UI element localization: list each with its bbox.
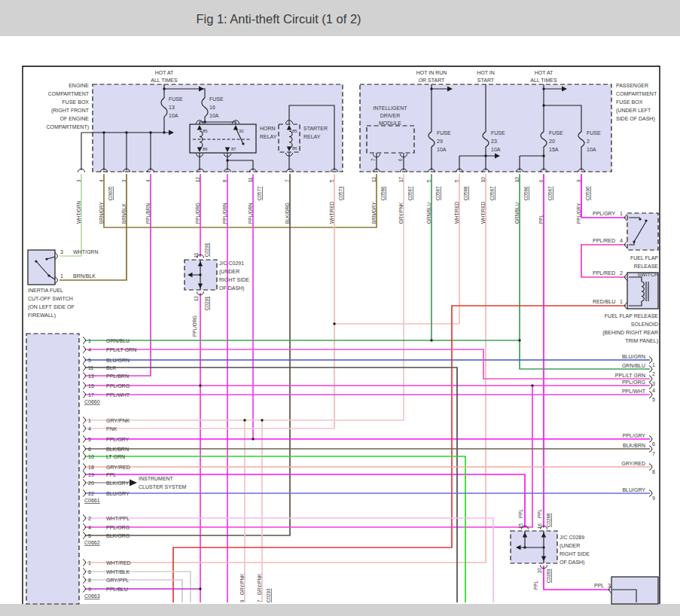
fuse-29-label: 29	[437, 139, 443, 144]
edge-pin-2: 2	[652, 371, 655, 377]
C0661-pin-6: 6	[88, 447, 91, 452]
module-pin-7: 7	[370, 158, 376, 161]
fuel_flap_switch-name_lines-0: FUEL FLAP	[630, 255, 658, 261]
horn-relay-name-2: RELAY	[260, 134, 277, 139]
edge-wire-5: PPL/WHT	[622, 389, 646, 394]
inertia_switch-name_lines-0: INERTIA FUEL	[28, 288, 63, 293]
connector-label-C0660: C0660	[84, 399, 100, 404]
wire-name-label: PPL/BRN	[145, 203, 151, 224]
C0662-pin-2: 2	[88, 516, 91, 521]
fuse-13-label: FUSE	[169, 96, 183, 102]
C0661-pin-5: 5	[88, 437, 91, 442]
C0661-pin-4: 4	[88, 426, 91, 432]
fuse-2-label: 10A	[587, 147, 596, 152]
C0660-pin-17: 17	[88, 392, 94, 398]
C0660-pin-13: 13	[88, 374, 94, 379]
wire-name-label: PPL/GRN	[248, 203, 253, 224]
solenoid-pin-2: 2	[620, 270, 623, 276]
C0661-wire-22: BLU/GRY	[106, 491, 130, 496]
C0662-wire-5: BLK/ORG	[106, 533, 130, 538]
wire-name-label: WHT/RED	[480, 201, 486, 224]
fuse-20-label: FUSE	[549, 130, 563, 136]
C0661-wire-1: GRY/PNK	[106, 418, 130, 423]
connector-id: C0587	[407, 186, 413, 200]
connector-id: C0587	[489, 186, 495, 200]
C0661-pin-18: 18	[88, 465, 94, 470]
wire-name-label: PPL/GRY	[576, 203, 581, 224]
fuel_flap_switch-name_lines-1: RELEASE	[634, 264, 659, 269]
C0661-wire-4: PNK	[106, 426, 117, 432]
C0663-wire-9: PPL/BLU	[106, 587, 128, 592]
jc_c0289-name_lines-0: J/C C0289	[560, 535, 584, 540]
horn-relay-name-1: HORN	[260, 126, 276, 131]
C0660-pin-5: 5	[88, 358, 91, 363]
edge-pin-9: 9	[652, 496, 655, 501]
C0661-wire-19: PPL	[106, 472, 116, 477]
flap-pin-1: 1	[620, 211, 623, 216]
C0662-wire-2: WHT/PPL	[106, 516, 130, 521]
edge-wire-7: BLK/BRN	[623, 443, 645, 448]
C0660-wire-5: BLU/GRN	[106, 358, 130, 363]
engine_box-name_lines-3: (RIGHT FRONT	[51, 108, 90, 114]
connector-id: C0587	[547, 186, 553, 200]
pin-number: 4	[99, 179, 104, 182]
jc_c0291-name_lines-1: (UNDER	[219, 269, 239, 275]
edge-pin-5: 5	[652, 397, 655, 402]
C0661-pin-20: 20	[88, 480, 94, 486]
jc_c0289-name_lines-2: RIGHT SIDE	[560, 551, 590, 557]
edge-wire-3: PPL/LT GRN	[615, 373, 645, 378]
connector-block	[26, 334, 79, 604]
pin-number: 10	[480, 176, 486, 182]
bottom-wire-9: GRY/PNK	[239, 573, 245, 595]
C0663-wire-1: WHT/RED	[106, 560, 131, 566]
pin-number: 3	[121, 179, 127, 182]
inertia-wire-3: WHT/GRN	[73, 249, 98, 255]
jc_c0291-name_lines-3: OF DASH)	[219, 285, 244, 291]
bottom-strip	[0, 604, 680, 616]
connector-id: C0577	[257, 186, 262, 200]
edge-pin-8: 8	[652, 469, 655, 474]
engine_box-name_lines-2: FUSE BOX	[63, 99, 90, 105]
fuel_flap_switch-name_lines-2: SWITCH	[637, 272, 658, 277]
pin-number: 3	[76, 179, 81, 182]
engine_box-name_lines-1: COMPARTMENT	[48, 91, 90, 96]
edge-pin-7: 7	[652, 451, 655, 456]
connector-id: C0573	[338, 186, 343, 200]
pin-number: 12	[371, 176, 377, 182]
jc_c0289-name_lines-1: (UNDER	[560, 543, 580, 549]
fuel_flap_solenoid-name_lines-1: SOLENOID	[631, 322, 658, 327]
wire-name-label: GRN/BLU	[514, 203, 520, 224]
pin-number: 10	[514, 176, 520, 182]
flap-pin-4: 4	[620, 238, 623, 243]
fuse-2-label: FUSE	[587, 130, 601, 136]
bottom-pin-7: 7	[257, 599, 262, 602]
fuel_flap_solenoid-name_lines-2: (BEHIND RIGHT REAR	[602, 330, 658, 336]
connector-label-C0663: C0663	[84, 593, 100, 599]
pin-number: 12	[195, 176, 200, 182]
C0662-wire-4: PPL/ORG	[106, 525, 130, 530]
pin-number: 17	[398, 176, 404, 182]
wire-name-label: GRY/PNK	[398, 202, 404, 224]
edge-pin-1: 1	[652, 362, 655, 367]
bottom-wire-7: GRY/PNK	[257, 573, 262, 595]
C0663-pin-8: 8	[88, 578, 91, 583]
fuse-16-label: FUSE	[209, 96, 224, 102]
engine_box-header-0: HOT AT	[155, 70, 174, 75]
jc289-top-conn: C0288	[546, 513, 551, 527]
ppl3-pin: 3	[608, 583, 611, 588]
edge-wire-4: PPL/ORG	[622, 380, 645, 385]
passenger_box-module_lines-0: INTELLIGENT	[373, 105, 407, 111]
C0663-pin-1: 1	[88, 560, 91, 566]
solenoid-pin-1: 1	[620, 299, 623, 304]
passenger_box-headers-0-1: OR START	[419, 78, 445, 83]
C0663-pin-6: 6	[88, 569, 91, 575]
edge-wire-6: PPL/GRY	[623, 433, 646, 438]
C0660-wire-15: PPL/ORG	[106, 383, 130, 389]
edge-wire-1: BLU/GRN	[622, 354, 645, 359]
jc289-wire-16: PPL	[537, 509, 542, 518]
starter-pin-86: 86	[292, 146, 297, 151]
C0661-wire-18: GRY/RED	[106, 465, 130, 470]
passenger_box-name_lines-0: PASSENGER	[616, 83, 648, 88]
horn-pin-30: 30	[239, 129, 244, 133]
fuse-16-label: 10A	[209, 113, 219, 118]
